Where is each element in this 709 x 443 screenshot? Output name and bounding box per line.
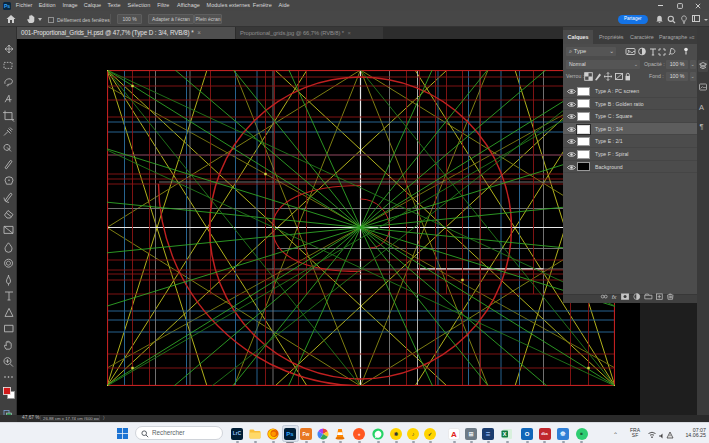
svg-text:X: X — [503, 430, 507, 436]
svg-text:fx: fx — [612, 293, 618, 300]
svg-text:A: A — [451, 429, 457, 438]
